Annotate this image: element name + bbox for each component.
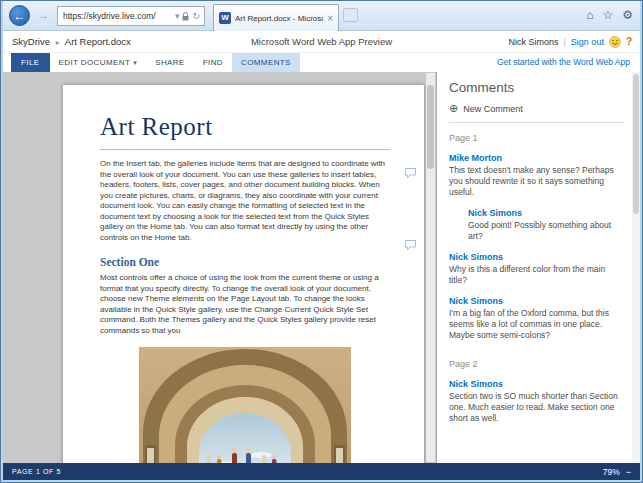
tab-title: Art Report.docx - Microsoft... (235, 14, 323, 23)
favorites-star-icon[interactable]: ☆ (602, 8, 613, 23)
comment-item[interactable]: Nick Simons Section two is SO much short… (449, 379, 624, 424)
comments-scrollbar-thumb[interactable] (633, 74, 639, 214)
browser-chrome: ← → https://skydrive.live.com/ ▾ ↻ W Art… (3, 1, 640, 31)
share-tab[interactable]: SHARE (146, 53, 194, 72)
comment-item[interactable]: Nick Simons I'm a big fan of the Oxford … (449, 296, 624, 341)
comment-text: Section two is SO much shorter than Sect… (449, 391, 624, 424)
forward-arrow-icon: → (38, 8, 50, 22)
new-comment-button[interactable]: ⊕ New Comment (449, 103, 523, 114)
document-paragraph: Most controls offer a choice of using th… (100, 273, 390, 336)
page-group-label: Page 1 (449, 133, 624, 143)
page-indicator: PAGE 1 OF 5 (12, 468, 61, 475)
lock-icon (182, 12, 189, 21)
document-paragraph: On the Insert tab, the galleries include… (100, 159, 390, 243)
browser-toolbar: ⌂ ☆ ⚙ (586, 8, 633, 23)
comment-bubble-icon[interactable] (404, 237, 417, 255)
new-comment-label: New Comment (463, 104, 523, 114)
comment-text: Why is this a different color from the m… (449, 264, 624, 286)
document-page[interactable]: Art Report On the Insert tab, the galler… (63, 85, 424, 463)
edit-document-label: EDIT DOCUMENT (59, 58, 131, 67)
document-canvas[interactable]: Art Report On the Insert tab, the galler… (3, 72, 436, 463)
comment-item[interactable]: Nick Simons Why is this a different colo… (449, 252, 624, 286)
comment-reply-item[interactable]: Nick Simons Good point! Possibly somethi… (468, 208, 624, 242)
browser-tab[interactable]: W Art Report.docx - Microsoft... × (213, 4, 339, 31)
user-area: Nick Simons | Sign out ? (509, 31, 633, 52)
user-separator: | (564, 37, 566, 47)
browser-window: ← → https://skydrive.live.com/ ▾ ↻ W Art… (0, 0, 643, 483)
circle-plus-icon: ⊕ (449, 103, 458, 114)
comments-scrollbar[interactable] (632, 72, 640, 463)
forward-button[interactable]: → (33, 5, 54, 26)
document-title: Art Report (100, 113, 390, 150)
comment-author: Mike Morton (449, 153, 624, 163)
zoom-level: 79% (603, 467, 620, 477)
user-name[interactable]: Nick Simons (509, 37, 559, 47)
refresh-icon[interactable]: ↻ (192, 11, 200, 21)
section-heading: Section One (100, 256, 390, 268)
comment-author: Nick Simons (468, 208, 624, 218)
zoom-control[interactable]: 79% − (603, 467, 631, 477)
chevron-down-icon: ▾ (133, 59, 137, 67)
school-of-athens-image[interactable] (139, 347, 351, 463)
app-header: SkyDrive ▸ Art Report.docx Microsoft Wor… (3, 31, 640, 53)
comment-text: Good point! Possibly something about art… (468, 220, 624, 242)
feedback-smiley-icon[interactable] (609, 36, 621, 48)
word-app-icon: W (219, 12, 231, 24)
main-area: Art Report On the Insert tab, the galler… (3, 72, 640, 463)
close-tab-icon[interactable]: × (327, 13, 333, 24)
get-started-link[interactable]: Get started with the Word Web App (497, 53, 630, 72)
comment-text: This text doesn't make any sense? Perhap… (449, 165, 624, 198)
page-group-label: Page 2 (449, 359, 624, 369)
autocomplete-dropdown-icon[interactable]: ▾ (175, 11, 180, 21)
back-button[interactable]: ← (9, 5, 30, 26)
comment-author: Nick Simons (449, 252, 624, 262)
edit-document-menu[interactable]: EDIT DOCUMENT ▾ (50, 53, 147, 72)
file-tab[interactable]: FILE (11, 53, 50, 72)
ribbon-bar: FILE EDIT DOCUMENT ▾ SHARE FIND COMMENTS… (3, 53, 640, 72)
comment-author: Nick Simons (449, 379, 624, 389)
url-text: https://skydrive.live.com/ (63, 11, 172, 21)
new-tab-button[interactable] (343, 8, 358, 22)
divider (449, 122, 624, 123)
address-bar[interactable]: https://skydrive.live.com/ ▾ ↻ (57, 6, 205, 26)
sign-out-link[interactable]: Sign out (571, 37, 604, 47)
status-bar: PAGE 1 OF 5 79% − (3, 463, 640, 480)
home-icon[interactable]: ⌂ (586, 8, 593, 23)
comment-author: Nick Simons (449, 296, 624, 306)
help-icon[interactable]: ? (626, 36, 632, 47)
comment-bubble-icon[interactable] (404, 165, 417, 183)
back-arrow-icon: ← (14, 9, 26, 23)
document-scrollbar-thumb[interactable] (427, 85, 434, 169)
comment-text: I'm a big fan of the Oxford comma, but t… (449, 308, 624, 341)
find-tab[interactable]: FIND (194, 53, 232, 72)
comments-panel-title: Comments (449, 80, 624, 95)
document-scrollbar[interactable] (426, 73, 435, 462)
comments-panel: Comments ⊕ New Comment Page 1 Mike Morto… (436, 72, 640, 463)
zoom-out-icon[interactable]: − (626, 467, 631, 477)
comments-tab[interactable]: COMMENTS (232, 53, 300, 72)
settings-gear-icon[interactable]: ⚙ (622, 8, 633, 23)
comment-item[interactable]: Mike Morton This text doesn't make any s… (449, 153, 624, 198)
